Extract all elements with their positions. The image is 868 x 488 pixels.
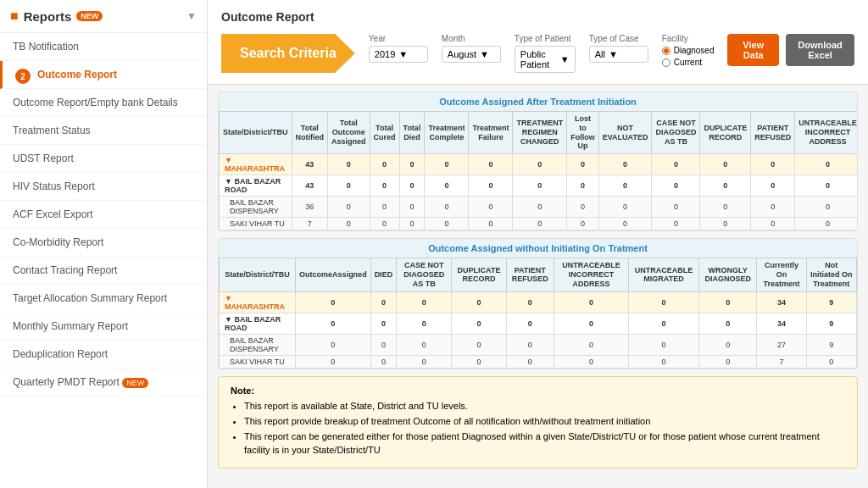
top-panel: Outcome Report Search Criteria Year 2019…	[208, 0, 868, 85]
table2-section: Outcome Assigned without Initiating On T…	[218, 238, 858, 369]
search-criteria-label: Search Criteria	[221, 34, 355, 73]
criteria-fields: Year 2019 ▼ Month August ▼	[369, 34, 854, 73]
note-item: This report provide breakup of treatment…	[244, 415, 845, 428]
sidebar-item-hiv-status[interactable]: HIV Status Report	[0, 173, 207, 201]
month-label: Month	[442, 34, 501, 43]
content-area: Outcome Assigned After Treatment Initiat…	[208, 85, 868, 488]
sidebar-item-quarterly-pmdt[interactable]: Quarterly PMDT Report NEW	[0, 369, 207, 396]
table1-header: Total Died	[399, 112, 425, 154]
table-row: BAIL BAZAR DISPENSARY00000000279	[220, 334, 857, 355]
facility-field-group: Facility Diagnosed Current	[662, 34, 715, 67]
sidebar-title: Reports	[24, 9, 72, 24]
table2-header: Currently On Treatment	[757, 258, 806, 291]
view-data-button[interactable]: View Data	[727, 34, 779, 66]
sidebar-item-udst-report[interactable]: UDST Report	[0, 145, 207, 173]
table2-header: UNTRACEABLE MIGRATED	[629, 258, 699, 291]
table2-header: OutcomeAssigned	[296, 258, 371, 291]
table2-header: UNTRACEABLE INCORRECT ADDRESS	[554, 258, 628, 291]
chevron-icon: ▼	[560, 54, 570, 64]
chevron-icon: ▼	[609, 49, 618, 59]
year-field-group: Year 2019 ▼	[369, 34, 428, 63]
reports-badge: NEW	[76, 11, 103, 21]
sidebar-item-acf-excel[interactable]: ACF Excel Export	[0, 201, 207, 229]
table2-header: CASE NOT DIAGOSED AS TB	[397, 258, 452, 291]
new-badge: NEW	[122, 378, 148, 388]
sidebar-item-target-allocation[interactable]: Target Allocation Summary Report	[0, 285, 207, 313]
year-select[interactable]: 2019 ▼	[369, 46, 428, 63]
table1-header: TREATMENT REGIMEN CHANGED	[513, 112, 567, 154]
table2-header: PATIENT REFUSED	[506, 258, 554, 291]
sidebar-item-deduplication[interactable]: Deduplication Report	[0, 341, 207, 369]
table2-header: Not Initiated On Treatment	[806, 258, 856, 291]
table1-header: DUPLICATE RECORD	[700, 112, 751, 154]
table1: State/District/TBUTotal NotifiedTotal Ou…	[219, 111, 857, 230]
sidebar-badge-number: 2	[15, 69, 31, 84]
facility-label: Facility	[662, 34, 715, 43]
table2-header: State/District/TBU	[220, 258, 296, 291]
reports-icon: ■	[10, 8, 19, 24]
note-list: This report is available at State, Distr…	[231, 400, 845, 458]
table1-header: State/District/TBU	[220, 112, 292, 154]
note-title: Note:	[231, 385, 845, 396]
sidebar-item-monthly-summary[interactable]: Monthly Summary Report	[0, 313, 207, 341]
facility-current-option[interactable]: Current	[662, 58, 715, 67]
sidebar-item-outcome-empty[interactable]: Outcome Report/Empty bank Details	[0, 89, 207, 117]
year-label: Year	[369, 34, 428, 43]
month-select[interactable]: August ▼	[442, 46, 501, 63]
table1-header: NOT EVALUATED	[598, 112, 652, 154]
table2-title: Outcome Assigned without Initiating On T…	[219, 239, 857, 258]
table2-header: DUPLICATE RECORD	[452, 258, 506, 291]
table2-header: DIED	[370, 258, 397, 291]
main-content: Outcome Report Search Criteria Year 2019…	[208, 0, 868, 488]
sidebar-item-tb-notification[interactable]: TB Notification	[0, 33, 207, 61]
table2-header: WRONGLY DIAGNOSED	[698, 258, 757, 291]
table1-section: Outcome Assigned After Treatment Initiat…	[218, 92, 858, 231]
table1-header: CASE NOT DIAGOSED AS TB	[652, 112, 700, 154]
table1-header: PATIENT REFUSED	[751, 112, 795, 154]
table1-header: Lost to Follow Up	[567, 112, 599, 154]
chevron-icon: ▼	[480, 49, 489, 59]
table1-header: Total Outcome Assigned	[328, 112, 370, 154]
sidebar-header: ■ Reports NEW ▼	[0, 0, 207, 33]
month-field-group: Month August ▼	[442, 34, 501, 63]
table1-header: Treatment Failure	[469, 112, 513, 154]
type-case-label: Type of Case	[589, 34, 648, 43]
table-row: ▼ BAIL BAZAR ROAD00000000349	[220, 313, 857, 334]
table-row: ▼ MAHARASHTRA00000000349	[220, 291, 857, 313]
download-excel-button[interactable]: Download Excel	[786, 34, 854, 66]
sidebar-item-co-morbidity[interactable]: Co-Morbidity Report	[0, 229, 207, 257]
note-box: Note: This report is available at State,…	[218, 376, 858, 469]
table2: State/District/TBUOutcomeAssignedDIEDCAS…	[219, 258, 857, 368]
sidebar-item-contact-tracing[interactable]: Contact Tracing Report	[0, 257, 207, 285]
type-patient-label: Type of Patient	[515, 34, 576, 43]
action-buttons: View Data Download Excel	[727, 34, 854, 66]
table1-title: Outcome Assigned After Treatment Initiat…	[219, 92, 857, 111]
type-case-field-group: Type of Case All ▼	[589, 34, 648, 63]
table-row: ▼ MAHARASHTRA4300000000000000	[220, 154, 858, 175]
table-row: ▼ BAIL BAZAR ROAD4300000000000000	[220, 175, 858, 197]
table1-header: Total Notified	[292, 112, 328, 154]
sidebar-item-treatment-status[interactable]: Treatment Status	[0, 117, 207, 145]
note-item: This report can be generated either for …	[244, 430, 845, 457]
table-row: BAIL BAZAR DISPENSARY3600000000000000	[220, 197, 858, 218]
table1-header: Total Cured	[370, 112, 399, 154]
type-case-select[interactable]: All ▼	[589, 46, 648, 63]
sidebar-item-outcome-report[interactable]: 2Outcome Report	[0, 61, 207, 89]
table1-header: Treatment Complete	[425, 112, 469, 154]
type-patient-select[interactable]: Public Patient ▼	[515, 46, 576, 73]
facility-radio-group: Diagnosed Current	[662, 46, 715, 67]
chevron-icon: ▼	[398, 49, 408, 59]
chevron-down-icon[interactable]: ▼	[186, 10, 197, 22]
sidebar: ■ Reports NEW ▼ TB Notification2Outcome …	[0, 0, 208, 488]
facility-diagnosed-option[interactable]: Diagnosed	[662, 46, 715, 55]
table-row: SAKI VIHAR TU0000000070	[220, 355, 857, 368]
type-patient-field-group: Type of Patient Public Patient ▼	[515, 34, 576, 73]
outcome-report-title: Outcome Report	[221, 10, 854, 24]
search-criteria-box: Search Criteria Year 2019 ▼ Month August	[221, 34, 854, 73]
note-item: This report is available at State, Distr…	[244, 400, 845, 413]
table1-header: UNTRACEABLE INCORRECT ADDRESS	[795, 112, 857, 154]
table-row: SAKI VIHAR TU700000000000000	[220, 218, 858, 230]
